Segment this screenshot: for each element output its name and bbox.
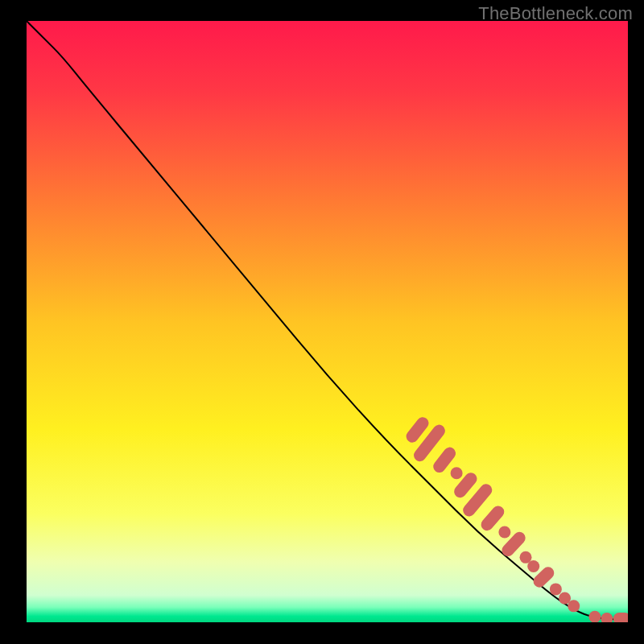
chart-frame: TheBottleneck.com xyxy=(0,0,644,644)
data-point xyxy=(568,600,580,612)
data-point xyxy=(550,583,562,595)
data-point xyxy=(498,526,510,538)
plot-svg xyxy=(27,21,628,622)
watermark-text: TheBottleneck.com xyxy=(478,3,633,24)
data-point xyxy=(527,560,539,572)
data-segment xyxy=(613,613,628,622)
plot-area xyxy=(27,21,628,622)
gradient-background xyxy=(27,21,628,622)
data-point xyxy=(451,467,463,479)
